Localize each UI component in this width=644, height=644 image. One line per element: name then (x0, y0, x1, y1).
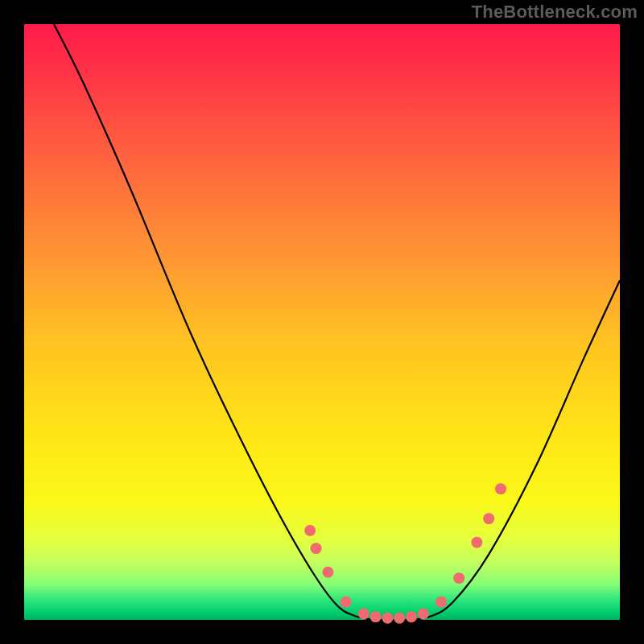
data-marker (311, 543, 322, 554)
data-marker (341, 597, 352, 608)
data-marker (453, 572, 464, 584)
data-marker (322, 567, 333, 578)
data-marker (382, 613, 393, 624)
watermark-text: TheBottleneck.com (472, 2, 638, 23)
data-marker (436, 597, 447, 608)
data-marker (483, 513, 494, 524)
data-marker (418, 609, 429, 620)
data-marker (370, 611, 382, 622)
data-marker (358, 609, 369, 620)
chart-container: TheBottleneck.com (0, 0, 644, 644)
bottleneck-curve (54, 24, 620, 620)
data-marker (495, 483, 506, 494)
data-marker (304, 525, 316, 536)
data-marker (406, 611, 417, 622)
data-marker (394, 613, 405, 624)
curve-layer (24, 24, 620, 620)
data-marker (471, 537, 482, 548)
